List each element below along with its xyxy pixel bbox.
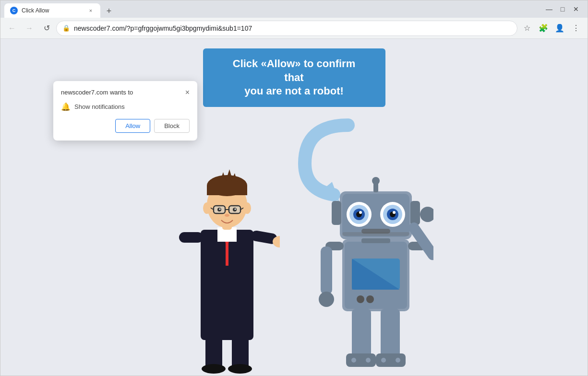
- svg-point-32: [243, 202, 251, 214]
- title-bar: C Click Allow × + — □ ✕: [0, 0, 588, 18]
- toolbar-actions: ☆ 🧩 👤 ⋮: [519, 21, 584, 36]
- page-content: Click «Allow» to confirm that you are no…: [0, 39, 588, 376]
- window-controls: — □ ✕: [543, 3, 584, 15]
- svg-rect-3: [232, 316, 249, 369]
- svg-rect-65: [346, 353, 376, 367]
- popup-header: newscoder7.com wants to ×: [61, 89, 190, 96]
- tab-close-button[interactable]: ×: [87, 7, 95, 14]
- svg-point-4: [202, 364, 226, 374]
- profile-button[interactable]: 👤: [552, 21, 567, 36]
- person-svg: [174, 134, 280, 374]
- new-tab-button[interactable]: +: [102, 4, 116, 18]
- svg-point-62: [420, 207, 433, 222]
- allow-button[interactable]: Allow: [115, 119, 150, 133]
- menu-button[interactable]: ⋮: [568, 21, 584, 36]
- svg-point-50: [393, 211, 396, 214]
- popup-title: newscoder7.com wants to: [61, 89, 133, 96]
- address-bar[interactable]: 🔒 newscoder7.com/?p=gfrggojwmu5gi3bpgmyd…: [56, 21, 517, 36]
- svg-point-37: [357, 295, 364, 303]
- robot-illustration: [318, 153, 433, 376]
- browser-window: C Click Allow × + — □ ✕ ← → ↺ 🔒 newscode…: [0, 0, 588, 376]
- address-text: newscoder7.com/?p=gfrggojwmu5gi3bpgmydim…: [74, 24, 511, 32]
- toolbar: ← → ↺ 🔒 newscoder7.com/?p=gfrggojwmu5gi3…: [0, 18, 588, 39]
- popup-buttons: Allow Block: [61, 119, 190, 133]
- svg-point-31: [203, 202, 211, 214]
- svg-rect-60: [407, 221, 433, 262]
- popup-close-button[interactable]: ×: [185, 89, 190, 96]
- svg-point-67: [351, 358, 356, 363]
- svg-rect-71: [361, 229, 390, 234]
- robot-svg: [318, 153, 433, 374]
- popup-notification-text: Show notifications: [74, 103, 125, 110]
- popup-notification-row: 🔔 Show notifications: [61, 102, 190, 111]
- svg-rect-2: [205, 316, 222, 369]
- tab-bar: C Click Allow × +: [4, 0, 543, 18]
- svg-point-54: [372, 177, 380, 185]
- svg-point-38: [366, 295, 374, 303]
- person-illustration: [174, 134, 280, 376]
- main-banner: Click «Allow» to confirm that you are no…: [203, 48, 385, 107]
- svg-point-30: [225, 214, 229, 217]
- maximize-button[interactable]: □: [557, 3, 568, 15]
- notification-popup: newscoder7.com wants to × 🔔 Show notific…: [53, 81, 197, 141]
- svg-point-5: [228, 364, 252, 374]
- bell-icon: 🔔: [61, 102, 71, 111]
- svg-point-49: [359, 211, 362, 214]
- lock-icon: 🔒: [62, 24, 70, 32]
- svg-rect-59: [321, 247, 332, 294]
- back-button[interactable]: ←: [4, 21, 20, 36]
- refresh-button[interactable]: ↺: [39, 21, 54, 36]
- svg-point-70: [396, 358, 400, 363]
- block-button[interactable]: Block: [154, 119, 190, 133]
- forward-button[interactable]: →: [22, 21, 37, 36]
- svg-point-28: [219, 209, 220, 210]
- extensions-puzzle-button[interactable]: 🧩: [536, 21, 551, 36]
- minimize-button[interactable]: —: [543, 3, 555, 15]
- svg-point-61: [319, 292, 334, 307]
- svg-rect-52: [361, 238, 390, 243]
- tab-title: Click Allow: [22, 7, 83, 14]
- close-button[interactable]: ✕: [570, 3, 582, 15]
- svg-rect-56: [410, 201, 420, 225]
- active-tab[interactable]: C Click Allow ×: [4, 3, 100, 18]
- svg-rect-66: [376, 353, 406, 367]
- svg-rect-6: [179, 232, 203, 243]
- banner-text: Click «Allow» to confirm that you are no…: [233, 58, 356, 97]
- svg-rect-55: [332, 201, 341, 225]
- svg-point-29: [234, 209, 236, 210]
- svg-point-69: [381, 358, 386, 363]
- svg-point-68: [366, 358, 371, 363]
- tab-favicon: C: [10, 7, 18, 14]
- svg-rect-15: [207, 186, 247, 195]
- bookmark-button[interactable]: ☆: [519, 21, 535, 36]
- svg-marker-17: [226, 169, 233, 181]
